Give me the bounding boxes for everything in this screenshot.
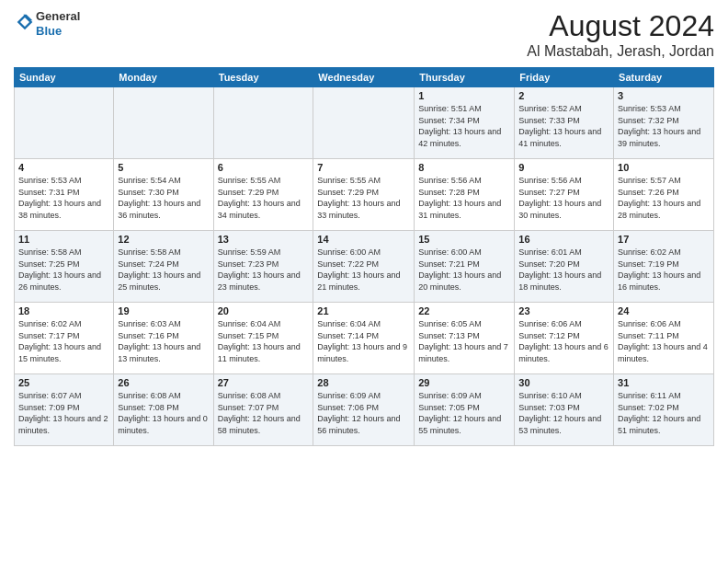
day-number: 21 [317, 305, 410, 316]
day-content: Sunrise: 6:06 AM Sunset: 7:11 PM Dayligh… [618, 318, 710, 364]
calendar-cell: 6Sunrise: 5:55 AM Sunset: 7:29 PM Daylig… [213, 159, 313, 231]
day-number: 20 [218, 305, 310, 316]
day-number: 13 [218, 234, 310, 245]
calendar-cell: 28Sunrise: 6:09 AM Sunset: 7:06 PM Dayli… [313, 374, 415, 446]
day-number: 27 [218, 377, 310, 388]
logo: General Blue [14, 9, 80, 38]
calendar-cell: 29Sunrise: 6:09 AM Sunset: 7:05 PM Dayli… [415, 374, 515, 446]
day-content: Sunrise: 6:00 AM Sunset: 7:22 PM Dayligh… [317, 247, 410, 293]
day-number: 4 [18, 162, 109, 173]
day-content: Sunrise: 6:11 AM Sunset: 7:02 PM Dayligh… [618, 390, 710, 436]
day-number: 1 [418, 90, 510, 101]
day-content: Sunrise: 5:54 AM Sunset: 7:30 PM Dayligh… [118, 175, 209, 221]
day-content: Sunrise: 6:00 AM Sunset: 7:21 PM Dayligh… [418, 247, 510, 293]
day-number: 30 [518, 377, 609, 388]
day-content: Sunrise: 6:04 AM Sunset: 7:14 PM Dayligh… [317, 318, 410, 364]
day-number: 12 [118, 234, 209, 245]
day-of-week-header: Sunday [15, 68, 114, 87]
day-number: 8 [418, 162, 510, 173]
day-of-week-header: Friday [515, 68, 614, 87]
calendar-week-row: 1Sunrise: 5:51 AM Sunset: 7:34 PM Daylig… [15, 87, 714, 159]
logo-blue-text: Blue [36, 24, 62, 38]
day-of-week-header: Tuesday [213, 68, 313, 87]
day-number: 5 [118, 162, 209, 173]
calendar-cell: 31Sunrise: 6:11 AM Sunset: 7:02 PM Dayli… [614, 374, 714, 446]
calendar-cell: 24Sunrise: 6:06 AM Sunset: 7:11 PM Dayli… [614, 303, 714, 374]
calendar-cell [15, 87, 114, 159]
logo-icon [16, 13, 34, 31]
day-content: Sunrise: 5:53 AM Sunset: 7:32 PM Dayligh… [618, 103, 710, 149]
day-number: 11 [18, 234, 109, 245]
day-content: Sunrise: 5:58 AM Sunset: 7:25 PM Dayligh… [18, 247, 109, 293]
calendar-cell: 15Sunrise: 6:00 AM Sunset: 7:21 PM Dayli… [415, 231, 515, 303]
calendar-cell: 7Sunrise: 5:55 AM Sunset: 7:29 PM Daylig… [313, 159, 415, 231]
day-content: Sunrise: 5:51 AM Sunset: 7:34 PM Dayligh… [418, 103, 510, 149]
day-number: 10 [618, 162, 710, 173]
day-number: 16 [518, 234, 609, 245]
day-content: Sunrise: 6:08 AM Sunset: 7:07 PM Dayligh… [218, 390, 310, 436]
calendar-cell: 5Sunrise: 5:54 AM Sunset: 7:30 PM Daylig… [114, 159, 213, 231]
calendar-cell: 19Sunrise: 6:03 AM Sunset: 7:16 PM Dayli… [114, 303, 213, 374]
day-content: Sunrise: 5:57 AM Sunset: 7:26 PM Dayligh… [618, 175, 710, 221]
day-number: 7 [317, 162, 410, 173]
calendar-cell: 18Sunrise: 6:02 AM Sunset: 7:17 PM Dayli… [15, 303, 114, 374]
calendar-cell: 17Sunrise: 6:02 AM Sunset: 7:19 PM Dayli… [614, 231, 714, 303]
day-content: Sunrise: 6:08 AM Sunset: 7:08 PM Dayligh… [118, 390, 209, 436]
day-content: Sunrise: 5:53 AM Sunset: 7:31 PM Dayligh… [18, 175, 109, 221]
day-number: 15 [418, 234, 510, 245]
calendar-cell: 4Sunrise: 5:53 AM Sunset: 7:31 PM Daylig… [15, 159, 114, 231]
calendar: SundayMondayTuesdayWednesdayThursdayFrid… [14, 67, 714, 446]
day-content: Sunrise: 6:09 AM Sunset: 7:06 PM Dayligh… [317, 390, 410, 436]
day-of-week-header: Monday [114, 68, 213, 87]
day-content: Sunrise: 6:04 AM Sunset: 7:15 PM Dayligh… [218, 318, 310, 364]
day-content: Sunrise: 5:55 AM Sunset: 7:29 PM Dayligh… [218, 175, 310, 221]
calendar-cell: 3Sunrise: 5:53 AM Sunset: 7:32 PM Daylig… [614, 87, 714, 159]
calendar-week-row: 25Sunrise: 6:07 AM Sunset: 7:09 PM Dayli… [15, 374, 714, 446]
day-content: Sunrise: 6:01 AM Sunset: 7:20 PM Dayligh… [518, 247, 609, 293]
location-title: Al Mastabah, Jerash, Jordan [527, 43, 714, 60]
calendar-cell: 22Sunrise: 6:05 AM Sunset: 7:13 PM Dayli… [415, 303, 515, 374]
day-number: 26 [118, 377, 209, 388]
day-content: Sunrise: 6:10 AM Sunset: 7:03 PM Dayligh… [518, 390, 609, 436]
day-number: 22 [418, 305, 510, 316]
day-content: Sunrise: 6:07 AM Sunset: 7:09 PM Dayligh… [18, 390, 109, 436]
calendar-header-row: SundayMondayTuesdayWednesdayThursdayFrid… [15, 68, 714, 87]
day-number: 24 [618, 305, 710, 316]
day-content: Sunrise: 6:02 AM Sunset: 7:19 PM Dayligh… [618, 247, 710, 293]
calendar-cell: 16Sunrise: 6:01 AM Sunset: 7:20 PM Dayli… [515, 231, 614, 303]
calendar-cell: 9Sunrise: 5:56 AM Sunset: 7:27 PM Daylig… [515, 159, 614, 231]
day-content: Sunrise: 6:02 AM Sunset: 7:17 PM Dayligh… [18, 318, 109, 364]
calendar-cell: 30Sunrise: 6:10 AM Sunset: 7:03 PM Dayli… [515, 374, 614, 446]
calendar-cell [213, 87, 313, 159]
calendar-cell [114, 87, 213, 159]
day-number: 3 [618, 90, 710, 101]
day-content: Sunrise: 5:52 AM Sunset: 7:33 PM Dayligh… [518, 103, 609, 149]
calendar-cell [313, 87, 415, 159]
day-content: Sunrise: 6:05 AM Sunset: 7:13 PM Dayligh… [418, 318, 510, 364]
calendar-cell: 26Sunrise: 6:08 AM Sunset: 7:08 PM Dayli… [114, 374, 213, 446]
day-of-week-header: Wednesday [313, 68, 415, 87]
calendar-cell: 12Sunrise: 5:58 AM Sunset: 7:24 PM Dayli… [114, 231, 213, 303]
calendar-cell: 27Sunrise: 6:08 AM Sunset: 7:07 PM Dayli… [213, 374, 313, 446]
header: General Blue August 2024 Al Mastabah, Je… [14, 9, 714, 60]
day-number: 14 [317, 234, 410, 245]
calendar-cell: 1Sunrise: 5:51 AM Sunset: 7:34 PM Daylig… [415, 87, 515, 159]
day-number: 31 [618, 377, 710, 388]
day-content: Sunrise: 6:06 AM Sunset: 7:12 PM Dayligh… [518, 318, 609, 364]
month-title: August 2024 [527, 9, 714, 43]
calendar-week-row: 18Sunrise: 6:02 AM Sunset: 7:17 PM Dayli… [15, 303, 714, 374]
day-content: Sunrise: 5:55 AM Sunset: 7:29 PM Dayligh… [317, 175, 410, 221]
calendar-week-row: 4Sunrise: 5:53 AM Sunset: 7:31 PM Daylig… [15, 159, 714, 231]
day-number: 2 [518, 90, 609, 101]
day-number: 9 [518, 162, 609, 173]
day-number: 25 [18, 377, 109, 388]
day-content: Sunrise: 5:58 AM Sunset: 7:24 PM Dayligh… [118, 247, 209, 293]
calendar-cell: 8Sunrise: 5:56 AM Sunset: 7:28 PM Daylig… [415, 159, 515, 231]
day-content: Sunrise: 5:59 AM Sunset: 7:23 PM Dayligh… [218, 247, 310, 293]
logo-general-text: General [36, 9, 80, 23]
calendar-cell: 10Sunrise: 5:57 AM Sunset: 7:26 PM Dayli… [614, 159, 714, 231]
calendar-cell: 2Sunrise: 5:52 AM Sunset: 7:33 PM Daylig… [515, 87, 614, 159]
day-number: 6 [218, 162, 310, 173]
calendar-cell: 25Sunrise: 6:07 AM Sunset: 7:09 PM Dayli… [15, 374, 114, 446]
day-content: Sunrise: 5:56 AM Sunset: 7:28 PM Dayligh… [418, 175, 510, 221]
